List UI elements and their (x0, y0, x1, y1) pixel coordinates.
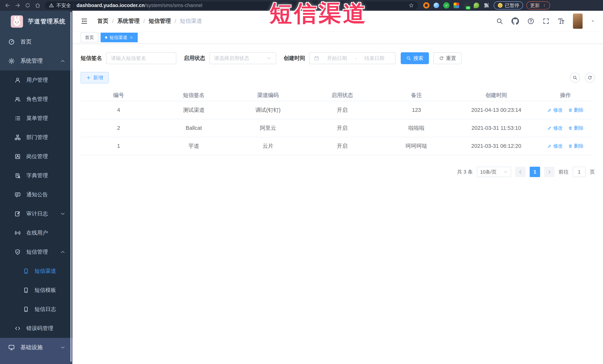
sidebar-item-home[interactable]: 首页 (0, 32, 72, 51)
sign-input-wrapper (106, 52, 176, 64)
breadcrumb-system[interactable]: 系统管理 (117, 17, 139, 25)
tab-home[interactable]: 首页 (81, 33, 98, 42)
sidebar-item-infrastructure[interactable]: 基础设施 (0, 338, 72, 357)
reset-button[interactable]: 重置 (433, 52, 462, 64)
browser-update-button[interactable]: 更新 (526, 1, 550, 10)
help-icon[interactable] (527, 18, 534, 25)
table-tools (570, 73, 595, 83)
close-icon[interactable] (129, 36, 133, 39)
sidebar-item-error-code-management[interactable]: 错误码管理 (0, 319, 72, 338)
sidebar-item-user-management[interactable]: 用户管理 (0, 70, 72, 89)
search-icon (406, 56, 411, 61)
sidebar-item-audit-log[interactable]: 审计日志 (0, 204, 72, 223)
goto-page-input[interactable] (573, 167, 586, 177)
sidebar-item-label: 短信渠道 (35, 267, 56, 275)
sidebar-item-notice[interactable]: 通知公告 (0, 185, 72, 204)
browser-forward-button[interactable] (13, 1, 22, 10)
delete-button[interactable]: 删除 (568, 125, 584, 131)
edit-button[interactable]: 修改 (547, 107, 563, 113)
cell-sign: 芋道 (157, 143, 231, 150)
cell-status: 开启 (305, 124, 379, 132)
prev-page-button[interactable] (515, 167, 526, 177)
sidebar-item-dict-management[interactable]: 字典管理 (0, 166, 72, 185)
extension-leaf-icon[interactable] (473, 2, 480, 9)
edit-button[interactable]: 修改 (547, 143, 563, 149)
chevron-right-icon (547, 169, 552, 174)
security-warning-icon (49, 3, 54, 8)
start-date-placeholder: 开始日期 (321, 55, 353, 62)
caret-down-icon[interactable] (591, 19, 595, 23)
status-select[interactable]: 请选择启用状态 (209, 52, 276, 64)
bookmark-star-icon[interactable] (409, 3, 414, 8)
browser-menu-kebab-icon[interactable] (542, 3, 546, 7)
page-size-select[interactable]: 10条/页 (477, 167, 511, 177)
sidebar-item-post-management[interactable]: 岗位管理 (0, 147, 72, 166)
cell-actions: 修改 删除 (539, 107, 592, 113)
status-select-placeholder: 请选择启用状态 (214, 55, 249, 62)
sidebar-item-label: 通知公告 (26, 191, 48, 199)
cell-created: 2021-03-31 06:12:20 (453, 143, 539, 149)
app-logo-row[interactable]: 芋道管理系统 (0, 11, 72, 32)
app-logo-rabbit-icon (11, 15, 23, 28)
github-icon[interactable] (511, 17, 519, 25)
sign-input[interactable] (111, 55, 172, 61)
next-page-button[interactable] (544, 167, 555, 177)
chevron-up-icon (60, 249, 65, 254)
col-header-id: 编号 (81, 92, 157, 99)
sidebar-item-sms-log[interactable]: 短信日志 (0, 300, 72, 319)
create-time-label: 创建时间 (284, 55, 305, 62)
sms-channel-table: 编号 短信签名 渠道编码 启用状态 备注 创建时间 操作 4 测试渠道 调试(钉… (81, 90, 592, 155)
sidebar-item-sms-channel[interactable]: 短信渠道 (0, 262, 72, 281)
extensions-puzzle-icon[interactable] (483, 2, 490, 9)
browser-back-button[interactable] (3, 1, 12, 10)
menu-fold-icon[interactable] (81, 17, 88, 25)
font-size-icon[interactable] (558, 18, 565, 25)
user-avatar[interactable] (573, 13, 583, 29)
sidebar-item-online-users[interactable]: 在线用户 (0, 223, 72, 242)
breadcrumb-current: 短信渠道 (180, 17, 202, 25)
tab-sms-channel[interactable]: 短信渠道 (101, 33, 138, 42)
gear-icon (8, 58, 15, 64)
breadcrumb-home[interactable]: 首页 (97, 17, 108, 25)
extension-on-badge-icon[interactable]: on (463, 2, 470, 9)
sidebar-item-menu-management[interactable]: 菜单管理 (0, 109, 72, 128)
sidebar-item-system-management[interactable]: 系统管理 (0, 51, 72, 70)
search-button[interactable]: 搜索 (401, 52, 429, 64)
extensions-row: on (423, 2, 490, 9)
profile-paused-badge[interactable]: 已暂停 (494, 1, 523, 10)
browser-reload-button[interactable] (23, 1, 32, 10)
update-button-label: 更新 (530, 2, 540, 9)
delete-button[interactable]: 删除 (568, 107, 584, 113)
end-date-placeholder: 结束日期 (358, 55, 391, 62)
sidebar-item-label: 菜单管理 (26, 115, 48, 122)
extension-orange-ring-icon[interactable] (423, 2, 429, 9)
search-icon[interactable] (496, 18, 503, 25)
sidebar-scrollbar[interactable] (70, 12, 72, 362)
sidebar-item-sms-template[interactable]: 短信模板 (0, 281, 72, 300)
toggle-search-button[interactable] (570, 73, 580, 83)
extension-color-grid-icon[interactable] (453, 2, 460, 9)
security-label[interactable]: 不安全 (57, 2, 71, 9)
tag-tabs-bar: 首页 短信渠道 (72, 32, 603, 44)
extension-blue-drop-icon[interactable] (433, 2, 440, 9)
delete-button[interactable]: 删除 (568, 143, 584, 149)
table-toolbar: 新增 (81, 72, 595, 83)
cell-created: 2021-04-13 00:23:14 (453, 107, 539, 113)
sidebar-item-dept-management[interactable]: 部门管理 (0, 128, 72, 147)
browser-home-button[interactable] (33, 1, 42, 10)
extension-green-check-icon[interactable] (443, 2, 450, 9)
edit-button[interactable]: 修改 (547, 125, 563, 131)
create-time-range-picker[interactable]: 开始日期 - 结束日期 (309, 52, 395, 64)
add-button[interactable]: 新增 (81, 72, 109, 83)
edit-pen-icon (547, 144, 552, 148)
signal-icon (14, 230, 21, 236)
breadcrumb-sms[interactable]: 短信管理 (149, 17, 171, 25)
col-header-created: 创建时间 (453, 92, 539, 99)
refresh-table-button[interactable] (585, 73, 595, 83)
sidebar-item-label: 错误码管理 (26, 325, 53, 332)
sidebar-item-role-management[interactable]: 角色管理 (0, 89, 72, 109)
current-page-button[interactable]: 1 (530, 167, 540, 177)
fullscreen-icon[interactable] (543, 18, 550, 25)
refresh-icon (587, 75, 592, 80)
sidebar-item-sms-management[interactable]: 短信管理 (0, 242, 72, 262)
